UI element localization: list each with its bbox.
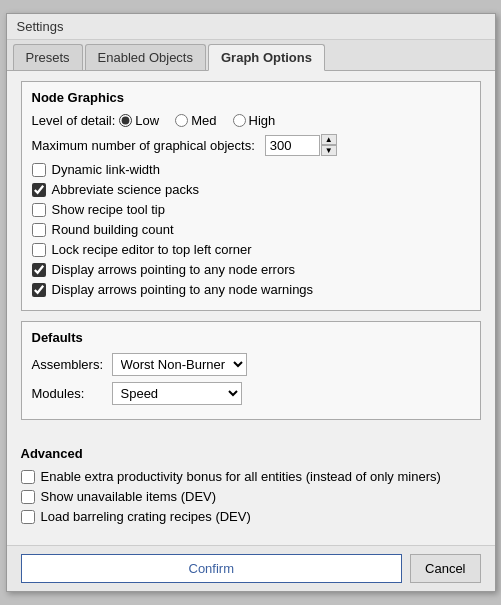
lod-med: Med [175,113,220,128]
max-objects-input[interactable] [265,135,320,156]
defaults-title: Defaults [32,330,470,345]
main-content: Node Graphics Level of detail: Low Med H… [7,71,495,545]
modules-select[interactable]: Speed Productivity Efficiency [112,382,242,405]
lod-label: Level of detail: [32,113,116,128]
lod-row: Level of detail: Low Med High [32,113,470,128]
settings-window: Settings Presets Enabled Objects Graph O… [6,13,496,592]
checkbox-arrows-errors: Display arrows pointing to any node erro… [32,262,470,277]
lod-low: Low [119,113,163,128]
advanced-title: Advanced [21,446,481,461]
lod-high: High [233,113,280,128]
node-graphics-title: Node Graphics [32,90,470,105]
checkbox-dynamic-link-label: Dynamic link-width [52,162,160,177]
checkbox-abbreviate-input[interactable] [32,183,46,197]
checkbox-barreling-label: Load barreling crating recipes (DEV) [41,509,251,524]
assemblers-label: Assemblers: [32,357,112,372]
tab-bar: Presets Enabled Objects Graph Options [7,40,495,71]
checkbox-dynamic-link-input[interactable] [32,163,46,177]
checkbox-arrows-errors-input[interactable] [32,263,46,277]
checkbox-productivity: Enable extra productivity bonus for all … [21,469,481,484]
max-objects-spinner: ▲ ▼ [321,134,337,156]
modules-label: Modules: [32,386,112,401]
lod-high-radio[interactable] [233,114,246,127]
checkbox-lock-recipe: Lock recipe editor to top left corner [32,242,470,257]
checkbox-arrows-errors-label: Display arrows pointing to any node erro… [52,262,296,277]
lod-radio-group: Low Med High [119,113,279,128]
title-bar: Settings [7,14,495,40]
checkbox-abbreviate-label: Abbreviate science packs [52,182,199,197]
checkbox-arrows-warnings-input[interactable] [32,283,46,297]
tab-enabled-objects[interactable]: Enabled Objects [85,44,206,70]
checkbox-recipe-tooltip: Show recipe tool tip [32,202,470,217]
modules-row: Modules: Speed Productivity Efficiency [32,382,470,405]
checkbox-recipe-tooltip-input[interactable] [32,203,46,217]
checkbox-barreling-input[interactable] [21,510,35,524]
assemblers-select[interactable]: Worst Non-Burner Best Worst [112,353,247,376]
window-title: Settings [17,19,64,34]
checkbox-recipe-tooltip-label: Show recipe tool tip [52,202,165,217]
node-graphics-section: Node Graphics Level of detail: Low Med H… [21,81,481,311]
checkbox-arrows-warnings: Display arrows pointing to any node warn… [32,282,470,297]
checkbox-productivity-label: Enable extra productivity bonus for all … [41,469,441,484]
tab-presets[interactable]: Presets [13,44,83,70]
assemblers-row: Assemblers: Worst Non-Burner Best Worst [32,353,470,376]
tab-graph-options[interactable]: Graph Options [208,44,325,71]
max-objects-input-wrap: ▲ ▼ [265,134,337,156]
checkbox-dynamic-link: Dynamic link-width [32,162,470,177]
checkbox-unavailable: Show unavailable items (DEV) [21,489,481,504]
lod-high-label: High [249,113,276,128]
cancel-button[interactable]: Cancel [410,554,480,583]
checkbox-lock-recipe-label: Lock recipe editor to top left corner [52,242,252,257]
spinner-up[interactable]: ▲ [321,134,337,145]
lod-med-label: Med [191,113,216,128]
checkbox-unavailable-label: Show unavailable items (DEV) [41,489,217,504]
checkbox-unavailable-input[interactable] [21,490,35,504]
checkbox-round-building-label: Round building count [52,222,174,237]
advanced-section: Advanced Enable extra productivity bonus… [21,440,481,535]
checkbox-round-building: Round building count [32,222,470,237]
defaults-section: Defaults Assemblers: Worst Non-Burner Be… [21,321,481,420]
max-objects-row: Maximum number of graphical objects: ▲ ▼ [32,134,470,156]
lod-med-radio[interactable] [175,114,188,127]
footer: Confirm Cancel [7,545,495,591]
checkbox-abbreviate: Abbreviate science packs [32,182,470,197]
lod-low-label: Low [135,113,159,128]
confirm-button[interactable]: Confirm [21,554,403,583]
max-objects-label: Maximum number of graphical objects: [32,138,255,153]
checkbox-productivity-input[interactable] [21,470,35,484]
checkbox-round-building-input[interactable] [32,223,46,237]
lod-low-radio[interactable] [119,114,132,127]
spacer [21,430,481,440]
checkbox-lock-recipe-input[interactable] [32,243,46,257]
checkbox-barreling: Load barreling crating recipes (DEV) [21,509,481,524]
checkbox-arrows-warnings-label: Display arrows pointing to any node warn… [52,282,314,297]
spinner-down[interactable]: ▼ [321,145,337,156]
